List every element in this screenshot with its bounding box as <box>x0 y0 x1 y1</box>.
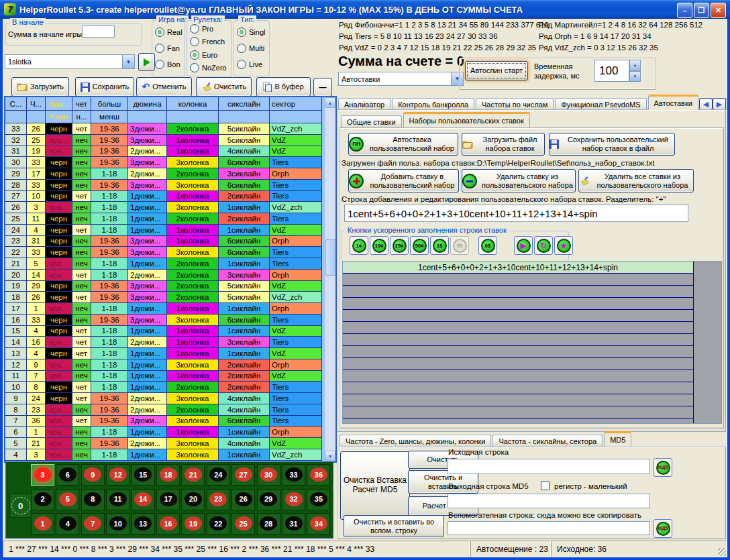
table-row[interactable]: 3326чернчет19-363дюжи...2колонка5сиклайн… <box>5 123 322 135</box>
board-cell-34[interactable]: 34 <box>307 513 330 535</box>
autospin-start-button[interactable]: Автоспин старт <box>465 61 528 80</box>
bet-list-row-empty[interactable] <box>343 286 693 298</box>
bet-list-row-empty[interactable] <box>343 394 693 406</box>
save-button[interactable]: Сохранить <box>75 77 134 97</box>
chip-1$[interactable]: 1$ <box>430 236 449 255</box>
header-cell[interactable]: менш <box>91 111 128 123</box>
roulette-board[interactable]: 0369121518212427303336258111417202326293… <box>5 461 333 539</box>
header-cell[interactable]: н... <box>72 111 91 123</box>
header-cell[interactable]: колонка <box>167 97 219 111</box>
tab-scroll-left-icon[interactable]: ◀ <box>699 98 713 110</box>
radio-icon[interactable] <box>237 27 246 37</box>
header-cell[interactable] <box>167 111 219 123</box>
board-cell-12[interactable]: 12 <box>106 464 129 486</box>
table-row[interactable]: 3033черннеч19-363дюжи...3колонка6сиклайн… <box>5 157 322 168</box>
bet-list-row-empty[interactable] <box>343 334 693 346</box>
chip-0$[interactable]: 0$ <box>478 236 497 255</box>
history-table-scrollbar[interactable]: ▲ ▼ <box>325 97 335 461</box>
table-row[interactable]: 1633черннеч19-363дюжи...3колонка6сиклайн… <box>5 315 322 326</box>
radio-French[interactable]: French <box>190 37 231 46</box>
header-cell[interactable]: Черн <box>46 111 72 123</box>
header-cell[interactable]: сикслайн <box>219 97 270 111</box>
table-row[interactable]: 134чернчет1-181дюжи...1колонка1сиклайнVd… <box>5 348 322 359</box>
radio-Real[interactable]: Real <box>155 27 185 37</box>
board-cell-33[interactable]: 33 <box>282 464 305 486</box>
table-row[interactable]: 244чернчет1-181дюжи...1колонка1сиклайнVd… <box>5 225 322 236</box>
board-cell-6[interactable]: 6 <box>56 464 79 486</box>
board-cell-5[interactable]: 5 <box>56 489 79 510</box>
load-set-file-button[interactable]: Загрузить файл набора ставок <box>462 133 545 156</box>
table-row[interactable]: 1416кра...чет1-182дюжи...1колонка3сиклай… <box>5 337 322 348</box>
board-cell-18[interactable]: 18 <box>156 464 180 486</box>
user-bet-list[interactable]: 1cent+5+6+0+0+2+1+3+10cent+10+11+12+13+1… <box>342 261 722 424</box>
radio-Euro[interactable]: Euro <box>190 50 231 60</box>
tab-Контроль банкролла[interactable]: Контроль банкролла <box>392 98 474 110</box>
undo-button[interactable]: ↶ Отменить <box>136 77 192 97</box>
tab-MD5[interactable]: MD5 <box>604 431 631 447</box>
header-cell[interactable]: С... <box>5 97 27 111</box>
board-cell-4[interactable]: 4 <box>56 513 79 535</box>
md5-clear-paste-aux-button[interactable]: Очистить и вставить во вспом. строку <box>344 515 444 537</box>
bet-list-row-empty[interactable] <box>343 418 693 424</box>
bet-string-input[interactable] <box>344 205 688 222</box>
tab-Частоты по числам[interactable]: Частоты по числам <box>476 98 554 110</box>
autostake-userset-button[interactable]: ПН Автоставка пользовательский набор <box>348 133 458 156</box>
chip-50¢[interactable]: 50¢ <box>410 236 429 255</box>
remove-all-bets-button[interactable]: Удалить все ставки из пользовательского … <box>578 169 694 192</box>
board-cell-11[interactable]: 11 <box>106 489 129 510</box>
bet-list-row-empty[interactable] <box>343 358 693 370</box>
bet-list-row-empty[interactable] <box>343 298 693 310</box>
repeat-chip-button[interactable]: ↻ <box>534 236 553 255</box>
clear-button[interactable]: Очистить <box>196 77 252 97</box>
board-cell-13[interactable]: 13 <box>132 513 155 535</box>
md5-run-button[interactable]: МД5 <box>654 458 672 477</box>
board-cell-26[interactable]: 26 <box>231 489 255 510</box>
board-cell-36[interactable]: 36 <box>307 464 330 486</box>
scroll-down-icon[interactable]: ▼ <box>325 451 335 461</box>
board-cell-7[interactable]: 7 <box>81 513 105 535</box>
add-bet-button[interactable]: Добавить ставку в пользовательский набор <box>348 169 459 192</box>
bet-list-row-empty[interactable] <box>343 310 693 322</box>
board-cell-19[interactable]: 19 <box>181 513 205 535</box>
chip-1¢[interactable]: 1¢ <box>350 236 368 255</box>
save-set-file-button[interactable]: Сохранить пользовательский набор ставок … <box>549 133 675 156</box>
table-row[interactable]: 117кра...неч1-181дюжи...1колонка2сиклайн… <box>5 371 322 382</box>
load-button[interactable]: Загрузить <box>11 77 69 97</box>
table-row[interactable]: 736кра...чет19-363дюжи...3колонка6сиклай… <box>5 416 322 427</box>
scrollbar-thumb[interactable] <box>325 239 336 276</box>
chip-25¢[interactable]: 25¢ <box>390 236 409 255</box>
radio-Singl[interactable]: Singl <box>237 27 269 37</box>
tab-Наборы пользовательских ставок[interactable]: Наборы пользовательских ставок <box>403 112 530 127</box>
table-row[interactable]: 823кра...неч19-362дюжи...2колонка4сиклай… <box>5 404 322 416</box>
table-row[interactable]: 154чернчет1-181дюжи...1колонка1сиклайнVd… <box>5 326 322 337</box>
radio-icon[interactable] <box>237 44 246 53</box>
md5-aux-input[interactable] <box>448 521 650 535</box>
table-row[interactable]: 2917черннеч1-182дюжи...2колонка3сиклайнO… <box>5 168 322 180</box>
play-chip-button[interactable]: ▶ <box>514 236 533 255</box>
start-sum-input[interactable] <box>82 25 115 38</box>
radio-icon[interactable] <box>190 37 199 46</box>
spinner-up-icon[interactable]: ▲ <box>629 60 641 71</box>
table-row[interactable]: 1929черннеч19-363дюжи...2колонка5сиклайн… <box>5 281 322 292</box>
radio-Pro[interactable]: Pro <box>190 24 231 34</box>
radio-Fan[interactable]: Fan <box>155 44 185 53</box>
board-cell-10[interactable]: 10 <box>106 513 129 535</box>
bet-list-row-empty[interactable] <box>343 322 693 334</box>
radio-icon[interactable] <box>155 27 164 37</box>
table-row[interactable]: 3225кра...неч19-363дюжи...1колонка5сикла… <box>5 135 322 146</box>
board-cell-24[interactable]: 24 <box>207 464 230 486</box>
board-cell-3[interactable]: 3 <box>31 464 54 486</box>
copy-buffer-button[interactable]: В буфер <box>256 77 311 97</box>
table-row[interactable]: 3119кра...неч19-362дюжи...1колонка4сикла… <box>5 146 322 158</box>
delay-spinner[interactable]: 100 ▲ ▼ <box>594 60 641 82</box>
resize-grip[interactable] <box>718 548 726 556</box>
md5-output-input[interactable] <box>448 494 650 508</box>
tab-Частота - сиклайны, сектора[interactable]: Частота - сиклайны, сектора <box>492 435 603 447</box>
scroll-up-icon[interactable]: ▲ <box>325 97 335 108</box>
board-cell-31[interactable]: 31 <box>282 513 305 535</box>
table-row[interactable]: 1826чернчет19-363дюжи...2колонка5сиклайн… <box>5 292 322 303</box>
radio-Live[interactable]: Live <box>237 60 269 69</box>
board-cell-27[interactable]: 27 <box>231 464 255 486</box>
table-row[interactable]: 43кра...неч1-181дюжи...3колонка1сиклайнV… <box>5 449 322 461</box>
spin-history-table[interactable]: С...Ч...Кра...четбольшдюжинаколонкасиксл… <box>4 96 337 463</box>
